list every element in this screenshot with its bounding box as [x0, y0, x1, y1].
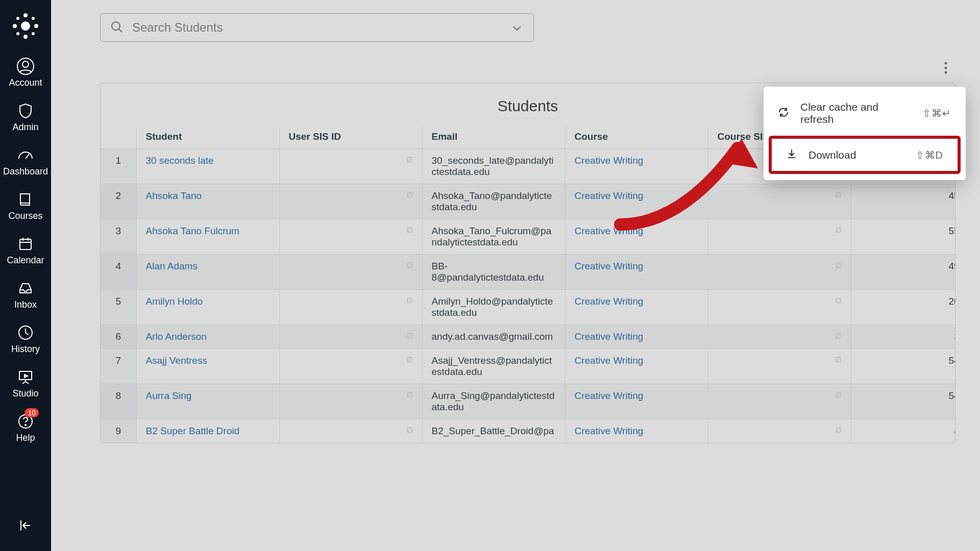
table-row: 4Alan Adams∅BB-8@pandalytictestdata.eduC… [101, 255, 955, 290]
menu-download[interactable]: Download ⇧⌘D [772, 139, 958, 171]
student-link[interactable]: Ahsoka Tano [146, 190, 202, 201]
course-link[interactable]: Creative Writing [575, 390, 644, 401]
cell-email: BB-8@pandalytictestdata.edu [422, 255, 565, 290]
nav-inbox[interactable]: Inbox [0, 273, 51, 317]
cell-course-sis: ∅ [708, 325, 851, 349]
null-icon: ∅ [835, 296, 842, 305]
nav-label: Help [16, 433, 35, 443]
cell-student: Alan Adams [136, 255, 279, 290]
actions-menu: Clear cache and refresh ⇧⌘↵ Download ⇧⌘D [764, 87, 966, 180]
null-icon: ∅ [835, 261, 842, 270]
cell-course: Creative Writing [565, 384, 708, 419]
null-icon: ∅ [406, 296, 413, 305]
cell-grade: 49.16% [851, 255, 955, 290]
student-link[interactable]: 30 seconds late [146, 155, 214, 166]
course-link[interactable]: Creative Writing [575, 425, 644, 436]
menu-label: Download [808, 149, 856, 161]
course-link[interactable]: Creative Writing [575, 155, 644, 166]
row-number: 7 [101, 349, 136, 384]
null-icon: ∅ [835, 190, 842, 199]
chevron-down-icon[interactable] [511, 22, 523, 36]
col-course[interactable]: Course [565, 126, 708, 149]
course-link[interactable]: Creative Writing [575, 331, 644, 342]
null-icon: ∅ [835, 226, 842, 235]
null-icon: ∅ [835, 425, 842, 435]
nav-calendar[interactable]: Calendar [0, 229, 51, 273]
row-number: 3 [101, 219, 136, 255]
col-user-sis-id[interactable]: User SIS ID [279, 126, 422, 149]
nav-label: Studio [12, 388, 38, 399]
cell-sis: ∅ [279, 419, 422, 443]
cell-email: Ahsoka_Tano_Fulcrum@pandalytictestdata.e… [422, 219, 565, 255]
student-link[interactable]: Alan Adams [146, 261, 198, 271]
cell-student: B2 Super Battle Droid [136, 419, 279, 443]
help-badge: 10 [24, 408, 39, 417]
cell-course-sis: ∅ [708, 290, 851, 325]
user-circle-icon [15, 56, 36, 77]
course-link[interactable]: Creative Writing [575, 261, 644, 271]
cell-sis: ∅ [279, 149, 422, 184]
row-number: 2 [101, 184, 136, 219]
row-number: 1 [101, 149, 136, 184]
table-row: 5Amilyn Holdo∅Amilyn_Holdo@pandalytictes… [101, 290, 955, 325]
svg-point-7 [16, 32, 19, 35]
cell-student: Ahsoka Tano Fulcrum [136, 219, 279, 255]
col-email[interactable]: Email [422, 126, 565, 149]
cell-sis: ∅ [279, 255, 422, 290]
nav-dashboard[interactable]: Dashboard [0, 140, 51, 184]
menu-clear-cache[interactable]: Clear cache and refresh ⇧⌘↵ [764, 92, 966, 135]
svg-point-8 [32, 32, 35, 35]
cell-grade: 49.4% [851, 419, 955, 443]
nav-label: Admin [12, 122, 38, 133]
course-link[interactable]: Creative Writing [575, 226, 644, 236]
course-link[interactable]: Creative Writing [575, 296, 644, 307]
student-link[interactable]: B2 Super Battle Droid [146, 425, 240, 436]
inbox-icon [15, 278, 36, 298]
cell-course: Creative Writing [565, 219, 708, 255]
null-icon: ∅ [835, 331, 842, 340]
book-icon [15, 189, 36, 210]
cell-course: Creative Writing [565, 255, 708, 290]
student-link[interactable]: Ahsoka Tano Fulcrum [146, 226, 239, 236]
nav-label: Account [9, 78, 42, 88]
nav-label: Courses [8, 211, 42, 221]
menu-shortcut: ⇧⌘↵ [922, 107, 951, 119]
null-icon: ∅ [406, 261, 413, 270]
col-student[interactable]: Student [136, 126, 279, 149]
cell-grade: 55.36% [851, 219, 955, 255]
nav-help[interactable]: 10 Help [0, 406, 51, 450]
svg-point-19 [945, 71, 947, 74]
global-nav-sidebar: Account Admin Dashboard Courses Calendar… [0, 0, 51, 551]
svg-point-16 [112, 22, 120, 30]
cell-email: Amilyn_Holdo@pandalytictestdata.edu [422, 290, 565, 325]
collapse-sidebar-button[interactable] [15, 515, 36, 536]
svg-point-5 [16, 17, 19, 20]
student-link[interactable]: Arlo Anderson [146, 331, 207, 342]
cell-grade: 54.58% [851, 349, 955, 384]
canvas-logo [10, 10, 41, 42]
cell-course: Creative Writing [565, 290, 708, 325]
svg-point-4 [34, 24, 38, 28]
search-students-input[interactable] [100, 13, 534, 42]
student-link[interactable]: Asajj Ventress [146, 355, 207, 366]
nav-studio[interactable]: Studio [0, 362, 51, 406]
student-link[interactable]: Aurra Sing [146, 390, 192, 401]
nav-courses[interactable]: Courses [0, 184, 51, 229]
nav-history[interactable]: History [0, 317, 51, 362]
course-link[interactable]: Creative Writing [575, 355, 644, 366]
more-actions-button[interactable] [938, 60, 953, 76]
cell-course-sis: ∅ [708, 419, 851, 443]
nav-admin[interactable]: Admin [0, 95, 51, 140]
student-link[interactable]: Amilyn Holdo [146, 296, 203, 307]
cell-grade: 30.3% [851, 325, 955, 349]
table-row: 7Asajj Ventress∅Asajj_Ventress@pandalyti… [101, 349, 955, 384]
cell-student: Asajj Ventress [136, 349, 279, 384]
null-icon: ∅ [406, 355, 413, 364]
svg-point-3 [13, 24, 17, 28]
table-row: 6Arlo Anderson∅andy.ad.canvas@gmail.comC… [101, 325, 955, 349]
course-link[interactable]: Creative Writing [575, 190, 644, 201]
cell-course-sis: ∅ [708, 384, 851, 419]
cell-course-sis: ∅ [708, 219, 851, 255]
cell-email: Aurra_Sing@pandalytictestdata.edu [422, 384, 565, 419]
nav-account[interactable]: Account [0, 51, 51, 95]
